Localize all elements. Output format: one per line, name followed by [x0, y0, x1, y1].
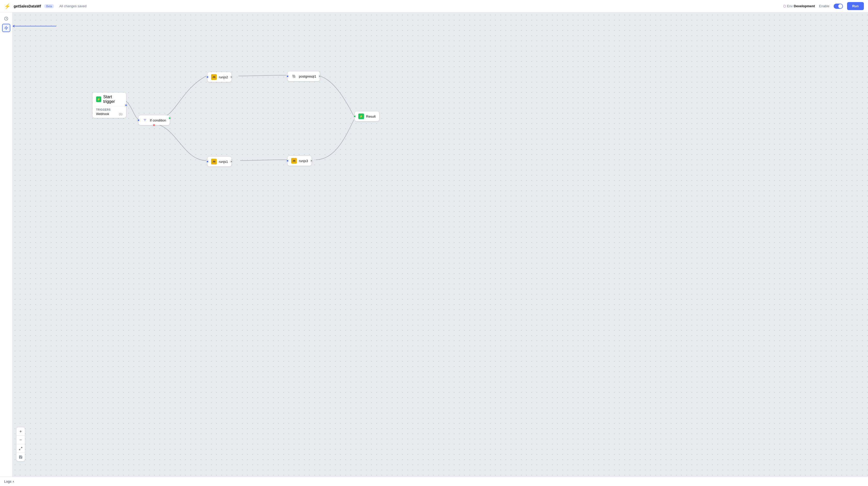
- runjs3-input-dot: [286, 160, 289, 162]
- logs-chevron-icon: ∧: [12, 480, 14, 483]
- runjs1-label: runjs1: [219, 160, 228, 164]
- header: ⚡ getSalesDataWf Beta All changes saved …: [0, 0, 868, 12]
- start-trigger-output-dot: [125, 104, 127, 107]
- runjs1-js-icon: JS: [211, 159, 217, 164]
- runjs3-label: runjs3: [299, 159, 308, 163]
- header-right: ⬡ Env Development Enable Run: [783, 2, 864, 10]
- history-sidebar-item[interactable]: [2, 15, 10, 23]
- svg-line-6: [20, 449, 21, 450]
- canvas-arrow: [12, 25, 56, 27]
- zoom-in-button[interactable]: +: [17, 427, 25, 436]
- enable-toggle[interactable]: [834, 4, 843, 9]
- svg-line-5: [21, 447, 22, 448]
- logo-icon: ⚡: [4, 3, 10, 9]
- start-trigger-icon: ⚡: [96, 96, 101, 102]
- main-layout: ⚡ Start trigger TRIGGERS Webhook (1): [0, 12, 868, 477]
- runjs1-output-dot: [230, 160, 233, 163]
- logs-label: Logs: [4, 480, 11, 483]
- env-value: Development: [794, 4, 815, 8]
- workflow-title[interactable]: getSalesDataWf: [14, 4, 41, 8]
- result-node[interactable]: ⚡ Result: [355, 111, 379, 121]
- logs-bar[interactable]: Logs ∧: [0, 477, 868, 486]
- beta-badge: Beta: [44, 4, 54, 8]
- runjs3-node[interactable]: JS runjs3: [287, 156, 312, 166]
- run-button[interactable]: Run: [847, 2, 864, 10]
- result-input-dot: [353, 115, 356, 118]
- postgresql1-pg-icon: 🐘: [291, 74, 297, 79]
- webhook-label: Webhook: [96, 112, 109, 116]
- runjs1-node[interactable]: JS runjs1: [208, 156, 231, 167]
- runjs2-output-dot: [230, 76, 233, 78]
- postgresql1-node[interactable]: 🐘 postgresql1: [287, 72, 320, 81]
- runjs2-input-dot: [206, 76, 209, 78]
- runjs2-node[interactable]: JS runjs2: [208, 72, 231, 82]
- result-label: Result: [366, 115, 376, 118]
- start-trigger-body: TRIGGERS Webhook (1): [92, 106, 126, 118]
- connections-layer: [12, 12, 868, 477]
- result-icon: ⚡: [358, 113, 364, 119]
- if-condition-input-dot: [137, 119, 140, 121]
- filter-icon: [142, 117, 148, 123]
- left-sidebar: [0, 12, 12, 477]
- triggers-label: TRIGGERS: [96, 108, 122, 111]
- runjs2-label: runjs2: [219, 75, 228, 79]
- postgresql1-output-dot: [318, 75, 321, 78]
- enable-label: Enable: [819, 4, 829, 8]
- toggle-knob: [838, 4, 842, 8]
- env-icon: ⬡: [783, 4, 786, 8]
- saved-status: All changes saved: [59, 4, 87, 8]
- if-condition-true-dot: [168, 117, 171, 119]
- zoom-out-button[interactable]: −: [17, 436, 25, 444]
- start-trigger-label: Start trigger: [103, 95, 122, 104]
- if-condition-label: If condition: [150, 118, 166, 122]
- runjs1-input-dot: [206, 160, 209, 163]
- save-button[interactable]: [17, 453, 25, 461]
- runjs3-output-dot: [310, 160, 313, 162]
- env-label-text: Env: [787, 4, 793, 8]
- trigger-row: Webhook (1): [96, 112, 122, 116]
- postgresql1-label: postgresql1: [299, 75, 316, 78]
- postgresql1-input-dot: [286, 75, 289, 78]
- runjs2-js-icon: JS: [211, 74, 217, 80]
- zoom-controls: + −: [17, 427, 25, 461]
- env-selector[interactable]: ⬡ Env Development: [783, 4, 815, 8]
- start-trigger-header: ⚡ Start trigger: [92, 92, 126, 106]
- start-trigger-node[interactable]: ⚡ Start trigger TRIGGERS Webhook (1): [92, 92, 126, 118]
- webhook-count: (1): [119, 112, 122, 116]
- workflow-sidebar-item[interactable]: [2, 24, 10, 32]
- workflow-canvas[interactable]: ⚡ Start trigger TRIGGERS Webhook (1): [12, 12, 868, 477]
- runjs3-js-icon: JS: [291, 158, 297, 164]
- svg-marker-1: [5, 26, 8, 29]
- if-condition-node[interactable]: If condition: [138, 115, 170, 125]
- if-condition-false-dot: [153, 124, 155, 126]
- zoom-fit-button[interactable]: [17, 445, 25, 453]
